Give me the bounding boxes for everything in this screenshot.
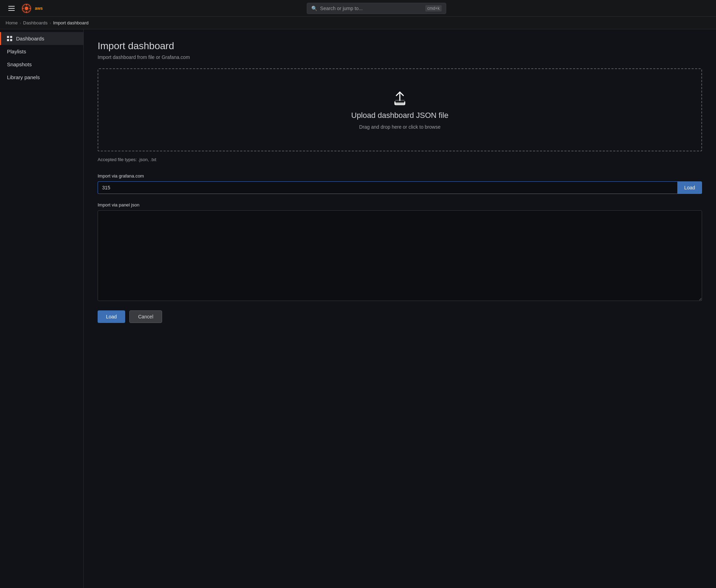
sidebar-dashboards-label: Dashboards: [16, 36, 44, 42]
sidebar-snapshots-label: Snapshots: [7, 61, 32, 67]
menu-button[interactable]: [6, 5, 17, 12]
svg-point-2: [25, 7, 28, 10]
logo-area: aws: [21, 3, 43, 14]
sidebar-library-panels-label: Library panels: [7, 74, 40, 80]
aws-label: aws: [35, 6, 43, 11]
page-title: Import dashboard: [98, 40, 702, 52]
upload-title: Upload dashboard JSON file: [351, 111, 449, 120]
sidebar-item-snapshots[interactable]: Snapshots: [0, 58, 83, 71]
sidebar-playlists-label: Playlists: [7, 48, 26, 54]
dashboards-icon: [7, 36, 13, 42]
search-placeholder: Search or jump to...: [320, 6, 422, 11]
breadcrumb: Home › Dashboards › Import dashboard: [0, 17, 716, 29]
bottom-actions: Load Cancel: [98, 310, 702, 323]
grafana-import-section: Import via grafana.com Load: [98, 173, 702, 194]
main-content: Import dashboard Import dashboard from f…: [84, 29, 716, 588]
breadcrumb-sep-1: ›: [20, 21, 21, 25]
load-grafana-button[interactable]: Load: [677, 181, 702, 194]
breadcrumb-current: Import dashboard: [53, 20, 89, 25]
upload-icon: [391, 90, 408, 107]
grafana-import-input[interactable]: [98, 181, 677, 194]
search-bar[interactable]: 🔍 Search or jump to... cmd+k: [307, 3, 446, 14]
sidebar-item-playlists[interactable]: Playlists: [0, 45, 83, 58]
panel-json-textarea[interactable]: [98, 210, 702, 301]
sidebar-item-library-panels[interactable]: Library panels: [0, 71, 83, 84]
accepted-types: Accepted file types: .json, .txt: [98, 157, 702, 162]
topnav: aws 🔍 Search or jump to... cmd+k: [0, 0, 716, 17]
page-subtitle: Import dashboard from file or Grafana.co…: [98, 54, 702, 60]
load-button[interactable]: Load: [98, 310, 125, 323]
breadcrumb-dashboards[interactable]: Dashboards: [23, 20, 47, 25]
grafana-import-row: Load: [98, 181, 702, 194]
breadcrumb-sep-2: ›: [49, 21, 51, 25]
sidebar: Dashboards Playlists Snapshots Library p…: [0, 29, 84, 588]
cancel-button[interactable]: Cancel: [129, 310, 162, 323]
search-shortcut: cmd+k: [425, 5, 442, 12]
sidebar-item-dashboards[interactable]: Dashboards: [0, 32, 83, 45]
breadcrumb-home[interactable]: Home: [6, 20, 18, 25]
upload-zone[interactable]: Upload dashboard JSON file Drag and drop…: [98, 68, 702, 151]
panel-json-label: Import via panel json: [98, 202, 702, 208]
svg-rect-8: [395, 103, 405, 104]
layout: Dashboards Playlists Snapshots Library p…: [0, 29, 716, 588]
panel-json-section: Import via panel json: [98, 202, 702, 302]
upload-subtitle: Drag and drop here or click to browse: [359, 124, 440, 130]
search-icon: 🔍: [311, 6, 317, 11]
grafana-logo-icon: [21, 3, 32, 14]
grafana-import-label: Import via grafana.com: [98, 173, 702, 179]
